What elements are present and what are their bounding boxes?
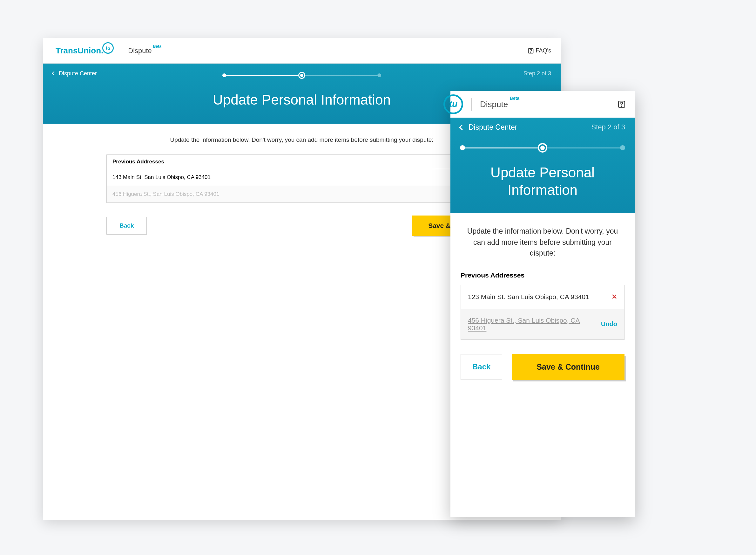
help-icon: [528, 48, 534, 54]
address-row-removed[interactable]: 456 Higuera St., San Luis Obispo, CA 934…: [107, 186, 497, 203]
address-text: 456 Higuera St., San Luis Obispo, CA 934…: [468, 316, 596, 332]
intro-text: Update the information below. Don't worr…: [106, 136, 497, 143]
save-continue-button[interactable]: Save & Continue: [512, 354, 624, 380]
chevron-left-icon: [459, 124, 465, 130]
address-text: 456 Higuera St., San Luis Obispo, CA 934…: [112, 191, 219, 197]
mobile-topbar: tu Dispute Beta: [451, 91, 635, 118]
product-label: Dispute Beta: [480, 99, 508, 109]
help-icon[interactable]: [617, 100, 626, 109]
button-row: Back Save & Continue: [461, 354, 624, 380]
breadcrumb-back-link[interactable]: Dispute Center: [460, 123, 517, 132]
progress-step-3-dot: [377, 74, 381, 77]
address-table: Previous Addresses 143 Main St, San Luis…: [106, 155, 497, 203]
address-text: 143 Main St, San Luis Obispo, CA 93401: [112, 174, 210, 180]
faqs-link[interactable]: FAQ's: [528, 47, 551, 54]
progress-line-2: [547, 147, 620, 148]
address-text: 123 Main St. San Luis Obispo, CA 93401: [468, 293, 589, 301]
back-button[interactable]: Back: [106, 217, 147, 234]
step-indicator: Step 2 of 3: [592, 123, 625, 131]
brand-name: TransUnion: [56, 46, 101, 56]
address-row[interactable]: 143 Main St, San Luis Obispo, CA 93401: [107, 169, 497, 186]
brand-divider: [471, 98, 472, 111]
step-indicator: Step 2 of 3: [523, 70, 551, 77]
brand-mark-icon[interactable]: tu: [443, 94, 463, 114]
remove-address-button[interactable]: ✕: [611, 293, 617, 301]
undo-button[interactable]: Undo: [601, 321, 617, 328]
brand-divider: [121, 45, 121, 56]
progress-step-1-dot: [460, 145, 465, 151]
progress-step-2-dot: [298, 72, 305, 79]
brand-mark-icon: tu: [102, 42, 114, 54]
progress-line-2: [305, 75, 377, 76]
breadcrumb-back-link[interactable]: Dispute Center: [52, 70, 97, 77]
faqs-label: FAQ's: [536, 47, 551, 54]
brand-logo[interactable]: TransUnion. tu: [56, 46, 114, 56]
mobile-hero-topbar: Dispute Center Step 2 of 3: [460, 118, 625, 137]
address-list: 123 Main St. San Luis Obispo, CA 93401 ✕…: [461, 285, 624, 340]
progress-step-2-dot: [538, 143, 547, 153]
desktop-topbar: TransUnion. tu Dispute Beta FAQ's: [43, 38, 561, 63]
breadcrumb-label: Dispute Center: [59, 70, 97, 77]
product-name: Dispute: [480, 99, 508, 109]
progress-line-1: [465, 147, 538, 148]
chevron-left-icon: [52, 71, 56, 76]
product-label: Dispute Beta: [128, 47, 152, 55]
address-table-header: Previous Addresses: [107, 155, 497, 169]
svg-point-1: [530, 52, 531, 52]
progress-track: [460, 143, 625, 153]
product-name: Dispute: [128, 47, 152, 55]
progress-line-1: [226, 75, 298, 76]
breadcrumb-label: Dispute Center: [469, 123, 517, 132]
progress-track: [222, 72, 381, 79]
mobile-hero: Dispute Center Step 2 of 3 Update Person…: [451, 118, 635, 213]
section-label: Previous Addresses: [461, 271, 624, 279]
page-title: Update Personal Information: [460, 164, 625, 199]
mobile-content: Update the information below. Don't worr…: [451, 213, 635, 393]
back-button[interactable]: Back: [461, 354, 502, 380]
beta-badge: Beta: [153, 44, 161, 49]
progress-step-3-dot: [620, 145, 625, 151]
beta-badge: Beta: [510, 96, 519, 101]
button-row: Back Save & Continue: [106, 215, 497, 236]
address-row-removed: 456 Higuera St., San Luis Obispo, CA 934…: [461, 309, 624, 340]
mobile-window: tu Dispute Beta Dispute Center Step 2 of…: [451, 91, 635, 517]
intro-text: Update the information below. Don't worr…: [461, 226, 624, 259]
progress-step-1-dot: [222, 74, 226, 77]
address-row: 123 Main St. San Luis Obispo, CA 93401 ✕: [461, 285, 624, 309]
svg-point-3: [621, 106, 622, 106]
